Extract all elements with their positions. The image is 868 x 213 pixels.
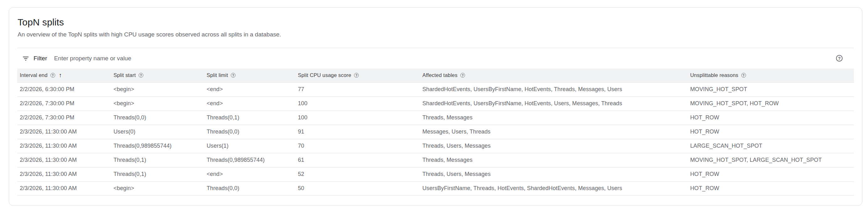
- help-icon[interactable]: ?: [836, 55, 843, 61]
- cell-affected-tables: Threads, Messages: [420, 153, 688, 167]
- cell-interval-end: 2/3/2026, 11:30:00 AM: [17, 153, 111, 167]
- table-row: 2/3/2026, 11:30:00 AMThreads(0,1)<end>52…: [17, 167, 854, 181]
- table-row: 2/3/2026, 11:30:00 AM<begin>Threads(0,0)…: [17, 181, 854, 195]
- page-title: TopN splits: [18, 16, 854, 28]
- column-header-interval-end[interactable]: Interval end?↑: [17, 69, 111, 82]
- column-label: Split limit: [207, 72, 228, 78]
- cell-affected-tables: Threads, Users, Messages: [420, 167, 688, 181]
- cell-split-cpu-usage-score: 100: [296, 97, 420, 111]
- cell-interval-end: 2/3/2026, 11:30:00 AM: [17, 181, 111, 195]
- table-row: 2/3/2026, 11:30:00 AMUsers(0)Threads(0,0…: [17, 125, 854, 139]
- cell-split-start: Threads(0,1): [111, 167, 204, 181]
- topn-splits-card: TopN splits An overview of the TopN spli…: [9, 7, 862, 206]
- cell-split-limit: Threads(0,1): [204, 111, 296, 125]
- cell-split-start: <begin>: [111, 97, 204, 111]
- filter-bar: Filter ?: [17, 48, 854, 69]
- cell-split-cpu-usage-score: 61: [296, 153, 420, 167]
- filter-input[interactable]: [54, 55, 836, 62]
- cell-interval-end: 2/2/2026, 7:30:00 PM: [17, 111, 111, 125]
- cell-split-limit: Users(1): [204, 139, 296, 153]
- help-icon[interactable]: ?: [138, 73, 143, 78]
- column-label: Split start: [114, 72, 136, 78]
- topn-splits-table: Interval end?↑Split start?Split limit?Sp…: [17, 69, 854, 196]
- cell-split-start: Threads(0,989855744): [111, 139, 204, 153]
- cell-interval-end: 2/3/2026, 11:30:00 AM: [17, 125, 111, 139]
- column-label: Unsplittable reasons: [690, 72, 739, 78]
- cell-split-start: <begin>: [111, 181, 204, 195]
- cell-split-start: <begin>: [111, 82, 204, 97]
- cell-split-start: Users(0): [111, 125, 204, 139]
- cell-unsplittable-reasons: HOT_ROW: [688, 167, 854, 181]
- table-row: 2/3/2026, 11:30:00 AMThreads(0,1)Threads…: [17, 153, 854, 167]
- card-header: TopN splits An overview of the TopN spli…: [9, 7, 862, 38]
- cell-unsplittable-reasons: HOT_ROW: [688, 111, 854, 125]
- cell-affected-tables: UsersByFirstName, Threads, HotEvents, Sh…: [420, 181, 688, 195]
- cell-affected-tables: Threads, Messages: [420, 111, 688, 125]
- cell-split-cpu-usage-score: 50: [296, 181, 420, 195]
- column-header-split-limit[interactable]: Split limit?: [204, 69, 296, 82]
- table-body: 2/2/2026, 6:30:00 PM<begin><end>77Sharde…: [17, 82, 854, 195]
- cell-split-cpu-usage-score: 70: [296, 139, 420, 153]
- cell-split-cpu-usage-score: 91: [296, 125, 420, 139]
- filter-label[interactable]: Filter: [34, 55, 47, 62]
- column-label: Interval end: [20, 72, 48, 78]
- cell-split-cpu-usage-score: 100: [296, 111, 420, 125]
- column-header-unsplittable-reasons[interactable]: Unsplittable reasons?: [688, 69, 854, 82]
- help-icon[interactable]: ?: [460, 73, 465, 78]
- cell-unsplittable-reasons: LARGE_SCAN_HOT_SPOT: [688, 139, 854, 153]
- cell-split-limit: Threads(0,0): [204, 181, 296, 195]
- cell-split-limit: <end>: [204, 97, 296, 111]
- cell-affected-tables: Threads, Users, Messages: [420, 139, 688, 153]
- help-icon[interactable]: ?: [51, 73, 55, 78]
- cell-split-cpu-usage-score: 77: [296, 82, 420, 97]
- column-label: Split CPU usage score: [298, 72, 351, 78]
- column-header-affected-tables[interactable]: Affected tables?: [420, 69, 688, 82]
- table-row: 2/2/2026, 7:30:00 PM<begin><end>100Shard…: [17, 97, 854, 111]
- card-description: An overview of the TopN splits with high…: [18, 30, 854, 38]
- column-header-split-cpu-usage-score[interactable]: Split CPU usage score?: [296, 69, 420, 82]
- cell-interval-end: 2/2/2026, 6:30:00 PM: [17, 82, 111, 97]
- cell-unsplittable-reasons: HOT_ROW: [688, 125, 854, 139]
- card-body: Filter ? Interval end?↑Split start?Split…: [17, 48, 854, 196]
- cell-split-start: Threads(0,1): [111, 153, 204, 167]
- help-icon[interactable]: ?: [354, 73, 359, 78]
- cell-unsplittable-reasons: MOVING_HOT_SPOT, LARGE_SCAN_HOT_SPOT: [688, 153, 854, 167]
- cell-split-cpu-usage-score: 52: [296, 167, 420, 181]
- column-header-split-start[interactable]: Split start?: [111, 69, 204, 82]
- sort-ascending-icon: ↑: [59, 72, 62, 78]
- cell-unsplittable-reasons: MOVING_HOT_SPOT: [688, 82, 854, 97]
- cell-split-limit: <end>: [204, 82, 296, 97]
- table-header-row: Interval end?↑Split start?Split limit?Sp…: [17, 69, 854, 82]
- cell-affected-tables: Messages, Users, Threads: [420, 125, 688, 139]
- cell-split-limit: <end>: [204, 167, 296, 181]
- cell-split-limit: Threads(0,0): [204, 125, 296, 139]
- table-row: 2/2/2026, 7:30:00 PMThreads(0,0)Threads(…: [17, 111, 854, 125]
- cell-split-start: Threads(0,0): [111, 111, 204, 125]
- cell-affected-tables: ShardedHotEvents, UsersByFirstName, HotE…: [420, 82, 688, 97]
- table-row: 2/2/2026, 6:30:00 PM<begin><end>77Sharde…: [17, 82, 854, 97]
- table-row: 2/3/2026, 11:30:00 AMThreads(0,989855744…: [17, 139, 854, 153]
- filter-list-icon: [22, 55, 29, 62]
- filter-controls: Filter: [17, 55, 836, 62]
- cell-interval-end: 2/3/2026, 11:30:00 AM: [17, 139, 111, 153]
- cell-split-limit: Threads(0,989855744): [204, 153, 296, 167]
- cell-unsplittable-reasons: MOVING_HOT_SPOT, HOT_ROW: [688, 97, 854, 111]
- column-label: Affected tables: [423, 72, 458, 78]
- help-icon[interactable]: ?: [741, 73, 746, 78]
- help-icon[interactable]: ?: [231, 73, 236, 78]
- cell-interval-end: 2/2/2026, 7:30:00 PM: [17, 97, 111, 111]
- cell-interval-end: 2/3/2026, 11:30:00 AM: [17, 167, 111, 181]
- cell-unsplittable-reasons: HOT_ROW: [688, 181, 854, 195]
- cell-affected-tables: ShardedHotEvents, UsersByFirstName, HotE…: [420, 97, 688, 111]
